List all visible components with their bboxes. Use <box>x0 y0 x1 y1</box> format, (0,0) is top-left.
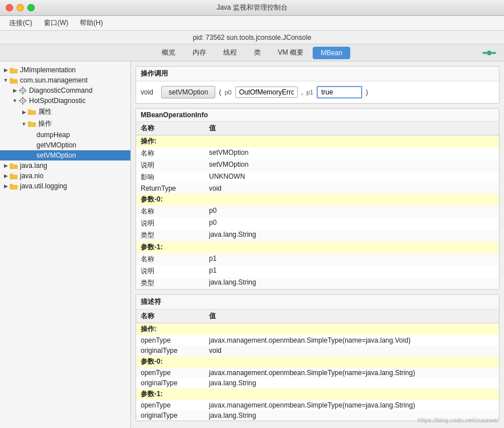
menu-help[interactable]: 帮助(H) <box>75 17 108 29</box>
svg-rect-19 <box>28 110 36 115</box>
row-value: java.lang.String <box>204 378 499 388</box>
row-value: UNKNOWN <box>204 171 499 183</box>
row-value: setVMOption <box>204 159 499 171</box>
row-value: javax.management.openmbean.SimpleType(na… <box>204 400 499 410</box>
row-value: void <box>204 345 499 356</box>
table-row: 操作: <box>136 135 499 148</box>
table-row: 类型 java.lang.String <box>136 229 499 241</box>
table-row: originalType java.lang.String <box>136 378 499 388</box>
row-value <box>204 388 499 400</box>
row-name: openType <box>136 335 204 345</box>
menu-window[interactable]: 窗口(W) <box>39 17 73 29</box>
tab-mbean[interactable]: MBean <box>313 47 350 59</box>
svg-rect-10 <box>22 93 23 94</box>
tab-memory[interactable]: 内存 <box>185 46 214 60</box>
row-name: 类型 <box>136 277 204 289</box>
close-button[interactable] <box>6 4 13 11</box>
sidebar-item-diagnostic-command[interactable]: ▶ DiagnosticCommand <box>0 85 130 96</box>
row-value <box>204 135 499 148</box>
table-row: 类型 java.lang.String <box>136 277 499 289</box>
param1-input[interactable] <box>317 86 362 98</box>
sidebar: ▶ JMImplementation ▼ com.sun.management … <box>0 61 131 428</box>
gear-icon <box>18 87 27 94</box>
row-value: java.lang.String <box>204 229 499 241</box>
folder-icon <box>9 77 18 84</box>
sidebar-item-com-sun-management[interactable]: ▼ com.sun.management <box>0 75 130 85</box>
row-name: originalType <box>136 345 204 356</box>
col-name-header: 名称 <box>136 310 204 323</box>
svg-rect-24 <box>10 163 13 165</box>
window-controls <box>6 4 35 11</box>
table-header-row: 名称 值 <box>136 122 499 135</box>
sidebar-label: getVMOption <box>36 141 76 149</box>
menu-bar: 连接(C) 窗口(W) 帮助(H) <box>0 16 504 31</box>
sidebar-label: setVMOption <box>36 151 76 159</box>
title-bar: Java 监视和管理控制台 <box>0 0 504 16</box>
table-row: 名称 setVMOption <box>136 147 499 159</box>
svg-rect-23 <box>10 164 18 169</box>
sidebar-label: com.sun.management <box>20 76 88 84</box>
table-row: 参数-1: <box>136 388 499 400</box>
row-value: p0 <box>204 205 499 217</box>
maximize-button[interactable] <box>27 4 35 11</box>
row-value: void <box>204 183 499 194</box>
invoke-row: void setVMOption ( p0 , p1 ) <box>136 81 499 103</box>
table-row: 操作: <box>136 323 499 336</box>
sidebar-item-jmimplementation[interactable]: ▶ JMImplementation <box>0 65 130 75</box>
tab-classes[interactable]: 类 <box>246 46 269 60</box>
param0-input[interactable] <box>235 87 298 98</box>
row-name: 名称 <box>136 205 204 217</box>
sidebar-item-setvmoption[interactable]: setVMOption <box>0 150 130 160</box>
sidebar-item-java-nio[interactable]: ▶ java.nio <box>0 171 130 181</box>
svg-rect-16 <box>22 103 23 105</box>
svg-rect-4 <box>10 68 13 69</box>
invoke-method-button[interactable]: setVMOption <box>161 86 215 98</box>
sidebar-item-attributes[interactable]: ▶ 属性 <box>0 106 130 118</box>
sidebar-item-getvmoption[interactable]: getVMOption <box>0 140 130 150</box>
svg-point-14 <box>22 100 24 102</box>
sidebar-item-dumpheap[interactable]: dumpHeap <box>0 130 130 140</box>
row-name: 类型 <box>136 229 204 241</box>
row-name: 说明 <box>136 217 204 229</box>
connect-icon <box>481 47 497 59</box>
descriptor-table: 名称 值 操作: openType javax.management.openm… <box>136 310 499 421</box>
folder-icon <box>27 121 36 127</box>
arrow-icon: ▼ <box>11 97 18 104</box>
row-value <box>204 194 499 205</box>
svg-rect-1 <box>490 52 496 54</box>
svg-rect-6 <box>10 78 13 80</box>
row-value <box>204 323 499 336</box>
sidebar-item-hotspot-diagnostic[interactable]: ▼ HotSpotDiagnostic <box>0 96 130 106</box>
arrow-icon: ▶ <box>2 172 9 179</box>
table-row: 说明 p1 <box>136 265 499 277</box>
row-value <box>204 356 499 368</box>
mbean-info-section: MBeanOperationInfo 名称 值 操作: 名称 setVMOpti… <box>136 108 499 290</box>
sidebar-item-java-lang[interactable]: ▶ java.lang <box>0 160 130 171</box>
svg-point-8 <box>22 90 24 92</box>
table-row: ReturnType void <box>136 183 499 194</box>
tab-overview[interactable]: 概览 <box>154 46 183 60</box>
svg-rect-11 <box>19 90 21 91</box>
minimize-button[interactable] <box>17 4 24 11</box>
folder-icon <box>9 172 18 179</box>
row-name: 说明 <box>136 159 204 171</box>
tab-vm-summary[interactable]: VM 概要 <box>270 46 312 60</box>
row-name: 名称 <box>136 253 204 265</box>
tab-threads[interactable]: 线程 <box>215 46 245 60</box>
sidebar-item-operations[interactable]: ▼ 操作 <box>0 118 130 130</box>
sidebar-label: dumpHeap <box>36 131 70 139</box>
row-name: 参数-0: <box>136 194 204 205</box>
menu-connect[interactable]: 连接(C) <box>5 17 37 29</box>
svg-rect-15 <box>22 97 23 98</box>
col-value-header: 值 <box>204 310 499 323</box>
folder-icon <box>27 109 36 116</box>
row-value: p1 <box>204 265 499 277</box>
row-name: 操作: <box>136 135 204 148</box>
sidebar-item-java-util-logging[interactable]: ▶ java.util.logging <box>0 181 130 191</box>
sidebar-label: java.util.logging <box>20 182 67 190</box>
folder-icon <box>9 162 18 169</box>
arrow-icon: ▶ <box>2 183 9 190</box>
table-row: originalType java.lang.String <box>136 410 499 421</box>
table-row: openType javax.management.openmbean.Simp… <box>136 335 499 345</box>
sidebar-label: 操作 <box>38 119 52 129</box>
